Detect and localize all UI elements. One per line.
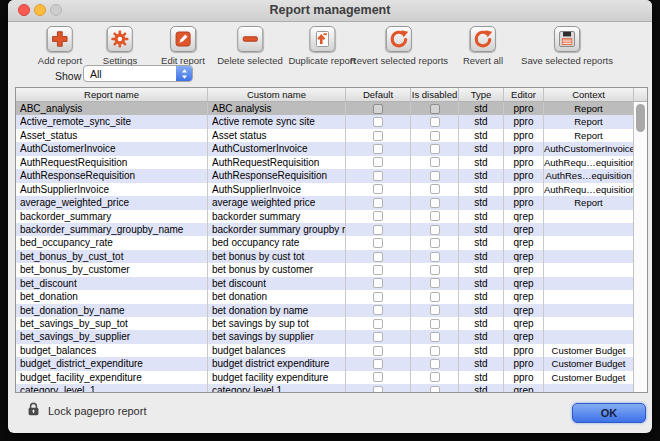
table-row[interactable]: bet_discountbet discountstdqrep [16, 277, 634, 290]
default-checkbox[interactable] [373, 292, 383, 302]
table-row[interactable]: backorder_summary_groupby_namebackorder … [16, 223, 634, 236]
table-row[interactable]: AuthCustomerInvoiceAuthCustomerInvoicest… [16, 142, 634, 155]
default-checkbox[interactable] [373, 319, 383, 329]
default-checkbox[interactable] [373, 305, 383, 315]
window-title: Report management [8, 3, 652, 17]
default-checkbox-cell [346, 183, 411, 196]
table-row[interactable]: Asset_statusAsset statusstdpproReport [16, 129, 634, 142]
table-row[interactable]: bet_bonus_by_customerbet bonus by custom… [16, 263, 634, 276]
revert-selected-reports-button[interactable]: Revert selected reports [350, 26, 448, 66]
default-checkbox[interactable] [373, 104, 383, 114]
table-row[interactable]: budget_facility_expenditurebudget facili… [16, 371, 634, 384]
column-header-is-disabled[interactable]: Is disabled [411, 88, 459, 101]
default-checkbox[interactable] [373, 252, 383, 262]
table-row[interactable]: bet_donation_by_namebet donation by name… [16, 304, 634, 317]
column-header-default[interactable]: Default [346, 88, 411, 101]
is-disabled-checkbox[interactable] [430, 184, 440, 194]
cell-report-name: Asset_status [16, 129, 208, 142]
duplicate-report-button[interactable]: Duplicate report [288, 26, 355, 66]
table-row[interactable]: ABC_analysisABC analysisstdpproReport [16, 102, 634, 115]
default-checkbox[interactable] [373, 225, 383, 235]
edit-report-button[interactable]: Edit report [161, 26, 205, 66]
is-disabled-checkbox[interactable] [430, 157, 440, 167]
table-row[interactable]: bet_bonus_by_cust_totbet bonus by cust t… [16, 250, 634, 263]
is-disabled-checkbox[interactable] [430, 131, 440, 141]
column-header-type[interactable]: Type [459, 88, 504, 101]
settings-button[interactable]: Settings [103, 26, 137, 66]
table-row[interactable]: AuthRequestRequisitionAuthRequestRequisi… [16, 156, 634, 169]
table-row[interactable]: Active_remote_sync_siteActive remote syn… [16, 115, 634, 128]
table-row[interactable]: bet_savings_by_sup_totbet savings by sup… [16, 317, 634, 330]
default-checkbox[interactable] [373, 346, 383, 356]
default-checkbox[interactable] [373, 372, 383, 382]
column-header-context[interactable]: Context [544, 88, 634, 101]
default-checkbox[interactable] [373, 131, 383, 141]
default-checkbox[interactable] [373, 117, 383, 127]
is-disabled-checkbox[interactable] [430, 144, 440, 154]
default-checkbox[interactable] [373, 386, 383, 392]
is-disabled-checkbox[interactable] [430, 225, 440, 235]
default-checkbox[interactable] [373, 184, 383, 194]
revert-all-label: Revert all [463, 55, 503, 66]
is-disabled-checkbox[interactable] [430, 346, 440, 356]
ok-button[interactable]: OK [572, 403, 646, 423]
default-checkbox[interactable] [373, 157, 383, 167]
column-header-custom-name[interactable]: Custom name [208, 88, 346, 101]
table-row[interactable]: budget_district_expenditurebudget distri… [16, 357, 634, 370]
is-disabled-checkbox[interactable] [430, 171, 440, 181]
default-checkbox[interactable] [373, 198, 383, 208]
default-checkbox[interactable] [373, 332, 383, 342]
is-disabled-checkbox[interactable] [430, 238, 440, 248]
default-checkbox[interactable] [373, 278, 383, 288]
table-row[interactable]: bed_occupancy_ratebed occupancy ratestdq… [16, 236, 634, 249]
default-checkbox[interactable] [373, 211, 383, 221]
cell-editor: qrep [504, 250, 544, 263]
table-row[interactable]: bet_savings_by_supplierbet savings by su… [16, 330, 634, 343]
show-dropdown[interactable]: All [83, 65, 193, 82]
is-disabled-checkbox[interactable] [430, 372, 440, 382]
cell-custom-name: backorder summary groupby name [208, 223, 346, 236]
add-report-icon [47, 26, 73, 52]
is-disabled-checkbox[interactable] [430, 278, 440, 288]
table-row[interactable]: budget_balancesbudget balancesstdpproCus… [16, 344, 634, 357]
revert-all-button[interactable]: Revert all [463, 26, 503, 66]
table-row[interactable]: backorder_summarybackorder summarystdqre… [16, 210, 634, 223]
table-row[interactable]: category_level_1category level 1stdqrep [16, 384, 634, 392]
is-disabled-checkbox[interactable] [430, 332, 440, 342]
default-checkbox[interactable] [373, 171, 383, 181]
is-disabled-checkbox[interactable] [430, 305, 440, 315]
table-row[interactable]: AuthResponseRequisitionAuthResponseRequi… [16, 169, 634, 182]
save-selected-reports-button[interactable]: Save selected reports [521, 26, 613, 66]
is-disabled-checkbox[interactable] [430, 319, 440, 329]
table-row[interactable]: AuthSupplierInvoiceAuthSupplierInvoicest… [16, 183, 634, 196]
delete-selected-button[interactable]: Delete selected [217, 26, 282, 66]
default-checkbox[interactable] [373, 265, 383, 275]
chevron-up-down-icon [176, 66, 192, 81]
column-header-report-name[interactable]: Report name [16, 88, 208, 101]
cell-type: std [459, 330, 504, 343]
cell-context: Report [544, 102, 634, 115]
is-disabled-checkbox[interactable] [430, 252, 440, 262]
is-disabled-checkbox[interactable] [430, 292, 440, 302]
lock-pagepro-report-control[interactable]: Lock pagepro report [27, 402, 146, 420]
table-row[interactable]: bet_donationbet donationstdqrep [16, 290, 634, 303]
is-disabled-checkbox[interactable] [430, 198, 440, 208]
is-disabled-checkbox[interactable] [430, 117, 440, 127]
cell-report-name: AuthSupplierInvoice [16, 183, 208, 196]
is-disabled-checkbox[interactable] [430, 359, 440, 369]
is-disabled-checkbox[interactable] [430, 104, 440, 114]
default-checkbox[interactable] [373, 359, 383, 369]
table-row[interactable]: average_weighted_priceaverage weighted p… [16, 196, 634, 209]
add-report-button[interactable]: Add report [38, 26, 82, 66]
scrollbar-thumb[interactable] [636, 104, 645, 132]
default-checkbox[interactable] [373, 238, 383, 248]
column-header-scrollbar-spacer [634, 88, 647, 101]
cell-type: std [459, 277, 504, 290]
column-header-editor[interactable]: Editor [504, 88, 544, 101]
is-disabled-checkbox[interactable] [430, 211, 440, 221]
window-titlebar[interactable]: Report management [8, 0, 652, 22]
is-disabled-checkbox[interactable] [430, 265, 440, 275]
is-disabled-checkbox[interactable] [430, 386, 440, 392]
default-checkbox[interactable] [373, 144, 383, 154]
table-scrollbar[interactable] [633, 102, 647, 392]
